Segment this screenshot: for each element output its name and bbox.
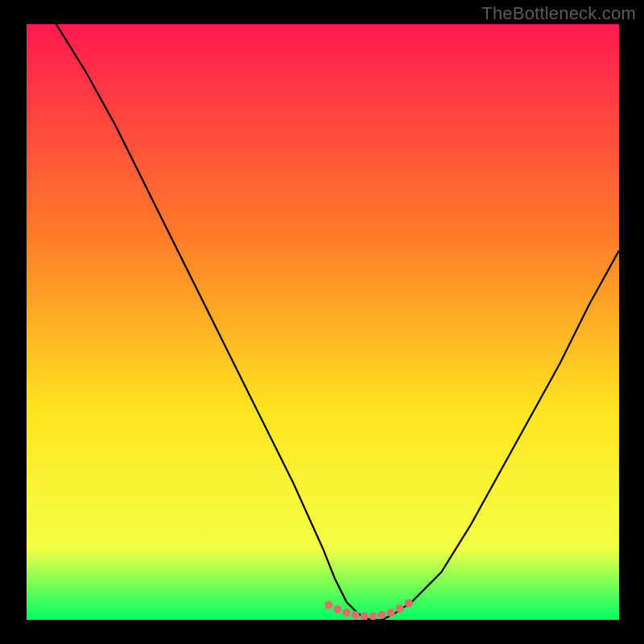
chart-canvas: TheBottleneck.com (0, 0, 644, 644)
min-dot (324, 601, 332, 609)
y-axis-area (0, 24, 27, 620)
right-border (619, 24, 644, 620)
min-dot (396, 605, 404, 613)
min-dot (387, 609, 395, 617)
min-dot (351, 611, 359, 619)
plot-svg (27, 24, 619, 620)
x-axis-area (0, 620, 644, 644)
min-dot (378, 611, 386, 619)
gradient-background (27, 24, 619, 620)
watermark-text: TheBottleneck.com (481, 3, 636, 24)
min-dot (342, 609, 350, 617)
min-dot (333, 605, 341, 613)
plot-area (27, 24, 619, 620)
min-dot (405, 599, 413, 607)
